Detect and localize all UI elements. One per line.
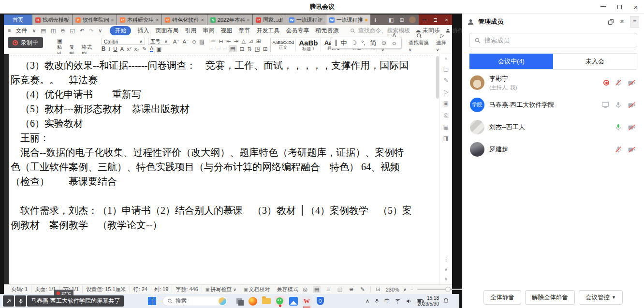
prev-page-icon[interactable]: ∧ [444,267,448,272]
wps-account-avatar[interactable] [409,16,416,23]
member-row[interactable]: 刘杰--西工大 [462,116,644,138]
justify-icon[interactable]: ▤ [229,45,236,52]
camera-off-icon[interactable] [628,146,636,153]
italic-button[interactable]: I [108,46,110,52]
annotate-icon[interactable]: ✎ [443,77,448,84]
align-left-icon[interactable]: ≡ [210,46,214,52]
zoom-percent[interactable]: 230% [386,287,399,293]
file-menu-caret-icon[interactable]: ∨ [32,28,36,34]
tab-close-icon[interactable]: × [156,17,159,23]
ribbon-tab-review[interactable]: 审阅 [203,27,214,35]
zoom-caret-icon[interactable]: ∨ [403,287,407,292]
wps-tab-pdf[interactable]: P 国家...df [253,15,285,25]
ribbon-tab-view[interactable]: 视图 [220,27,232,35]
subscript-icon[interactable]: x₂ [134,46,139,52]
ime-punctuation[interactable]: °, [361,39,366,46]
preview-icon[interactable]: ◱ [70,28,75,34]
doc-line[interactable]: （6）实验教材 [11,116,435,131]
ime-settings-icon[interactable]: ☼ [391,39,397,46]
new-tab-button[interactable]: + [370,15,381,25]
doc-line[interactable] [11,189,435,203]
zoom-slider[interactable] [417,289,466,290]
output-icon[interactable]: ◫ [51,28,56,34]
member-row[interactable]: 李彬宁 (主持人, 我) [462,72,644,94]
char-border-icon[interactable]: ▣ [156,45,161,52]
pointer-icon[interactable]: ▷ [444,88,448,95]
more-tools-icon[interactable]: ⋯ [443,256,450,262]
firefox-app[interactable] [248,296,258,306]
superscript-icon[interactable]: x² [127,46,132,52]
increase-indent-icon[interactable]: ⇥ [234,38,239,44]
close-button[interactable]: × [628,0,644,14]
doc-line[interactable]: 色（工业软件案例、三航）、特色实践项目（与分布计算的网络编程融合 特色） 64、… [11,160,435,174]
print-icon[interactable]: ⊖ [60,28,65,34]
wps-tab-doc1[interactable]: P 软件学院问 [73,15,117,25]
ime-simplified[interactable]: 简 [370,39,376,47]
shading-icon[interactable]: ◳ [255,45,260,52]
undo-icon[interactable]: ↶ [80,28,84,34]
status-word-count[interactable]: 字数: 446 [172,286,201,293]
line-spacing-icon[interactable]: ⇅ [247,45,252,52]
style-heading1[interactable]: AaBb 标题 1 [296,38,321,52]
wps-tab-doc2[interactable]: P 本科研究生 × [117,15,161,25]
text-direction-icon[interactable]: △ [241,38,246,44]
ime-emoji-icon[interactable]: ☺ [381,39,387,46]
symbol-icon[interactable]: ⊞ [256,38,261,44]
doc-line[interactable]: （4）优化申请书 重新写 [11,87,435,102]
wps-tab-doc4[interactable]: W 一流课程评 [286,15,326,25]
quickbar-caret-icon[interactable]: ∨ [98,28,102,34]
mic-active-icon[interactable] [615,123,622,131]
share-arrow-icon[interactable] [3,295,14,307]
taskbar-clock[interactable]: 15:18 2023/5/30 [415,295,439,307]
navigate-icon[interactable]: ◎ [443,112,448,118]
char-scale-icon[interactable]: ⊿ [249,38,253,44]
wps-minimize-button[interactable] [419,15,430,25]
doc-line[interactable]: （检查） 慕课要结合 [11,174,435,189]
wps-restore-button[interactable] [430,15,441,25]
strikethrough-icon[interactable]: A̶ [120,46,124,52]
align-right-icon[interactable]: ≡ [222,46,226,52]
panel-close-icon[interactable]: × [620,17,624,26]
shrink-font-icon[interactable]: A⁻ [182,38,189,45]
tab-in-meeting[interactable]: 会议中(4) [469,54,553,69]
clear-format-icon[interactable]: ◇ [192,38,196,45]
bullet-list-icon[interactable]: ≔ [210,38,216,44]
scroll-up-icon[interactable]: ▲ [444,56,448,60]
ribbon-tab-layout[interactable]: 页面布局 [155,27,178,35]
ribbon-tab-developer[interactable]: 开发工具 [256,27,279,35]
font-size-select[interactable]: 五号∨ [148,38,170,45]
start-button[interactable] [148,297,156,305]
highlight-icon[interactable]: ✎ [142,45,147,52]
props-icon[interactable]: ◳ [443,65,449,72]
font-name-select[interactable]: Calibri∨ [102,38,145,45]
doc-line[interactable]: （5）教材---新形态教材 慕课出版教材 [11,102,435,116]
camera-off-icon[interactable] [628,79,636,87]
zoom-out-button[interactable]: − [410,287,413,293]
ribbon-tab-home[interactable]: 开始 [110,26,131,35]
scrollbar-thumb[interactable] [436,56,439,99]
doc-line[interactable]: 际竞赛。。 算法赛 [11,73,435,87]
bold-button[interactable]: B [102,45,106,52]
tray-ime-indicator[interactable]: 中 [384,297,390,305]
maximize-button[interactable] [611,0,628,14]
decrease-indent-icon[interactable]: ⇤ [226,38,231,44]
task-view-button[interactable] [234,296,244,306]
tab-not-joined[interactable]: 未入会 [553,54,637,69]
doc-line[interactable]: （3）教改的效果--和证据------问卷调查： 竞赛，工作、面试，，，，，支撑… [11,58,435,73]
speaker-icon[interactable] [406,298,412,304]
taskbar-search[interactable]: 搜索 [162,296,228,306]
bookmark-icon[interactable]: ◨ [443,135,449,142]
ribbon-tab-references[interactable]: 引用 [185,27,196,35]
panel-drag-handle[interactable]: ≡ [630,16,639,28]
spell-check-button[interactable]: ▣拼写检查 ∨ [202,286,240,293]
wps-tab-doc3[interactable]: P 特色化软件 × [162,15,206,25]
pinyin-icon[interactable]: ▨ [199,38,205,45]
split-screen-icon[interactable]: ◧ [386,17,396,23]
tab-close-icon[interactable]: × [201,17,204,23]
tray-expand-icon[interactable]: ∧ [366,298,369,304]
align-center-icon[interactable]: ≡ [217,46,220,52]
doc-line[interactable]: 软件需求，刘杰：（1）申请书（2）结合别人的慕课 （3）教材 （4）案例教学 （… [11,203,435,218]
select-button[interactable]: ▷ 选择∨ [436,32,448,52]
member-row[interactable]: 罗建超 [462,138,644,161]
photos-app[interactable] [288,296,298,306]
